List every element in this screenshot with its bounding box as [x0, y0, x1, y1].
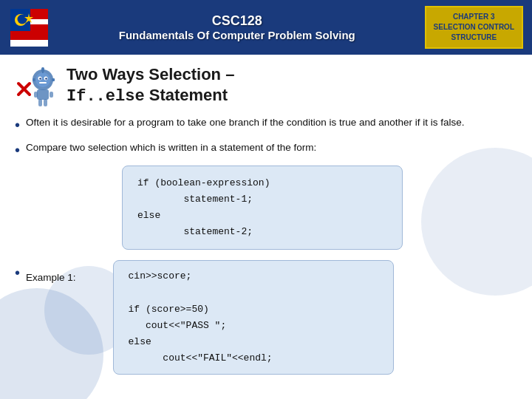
- bullet-text-1: Often it is desirable for a program to t…: [26, 115, 465, 130]
- example-line-2: if (score>=50): [129, 301, 378, 318]
- example-line-4: else: [129, 334, 378, 350]
- svg-rect-23: [41, 69, 44, 72]
- chapter-badge: CHAPTER 3 SELECTION CONTROL STRUCTURE: [425, 6, 523, 49]
- svg-rect-21: [33, 78, 35, 81]
- code-block-1: if (boolean-expression) statement-1; els…: [122, 166, 403, 250]
- code-line-3: else: [137, 208, 387, 224]
- section-title-line2: If..else Statement: [66, 86, 510, 106]
- slide: CSC128 Fundamentals Of Computer Problem …: [0, 0, 532, 399]
- logo: [9, 7, 50, 48]
- example-row: • Example 1: cin>>score; if (score>=50) …: [15, 257, 510, 375]
- chapter-line3: STRUCTURE: [434, 33, 514, 43]
- chapter-line1: CHAPTER 3: [434, 12, 514, 22]
- svg-rect-28: [44, 99, 47, 106]
- bullet-item-2: • Compare two selection which is written…: [15, 140, 510, 161]
- content-area: Two Ways Selection – If..else Statement …: [0, 55, 532, 385]
- example-bullet: • Example 1:: [15, 263, 83, 285]
- svg-rect-22: [52, 78, 55, 81]
- header: CSC128 Fundamentals Of Computer Problem …: [0, 0, 532, 55]
- header-title-sub: Fundamentals Of Computer Problem Solving: [50, 29, 425, 41]
- svg-rect-5: [10, 40, 48, 47]
- svg-rect-24: [37, 89, 49, 100]
- section-title-text: Two Ways Selection – If..else Statement: [66, 65, 510, 106]
- example-line-5: cout<<"FAIL"<<endl;: [129, 350, 378, 366]
- svg-point-13: [35, 72, 50, 87]
- section-title-wrapper: Two Ways Selection – If..else Statement: [15, 65, 510, 109]
- svg-point-17: [45, 78, 47, 79]
- bullet-dot-1: •: [15, 114, 20, 136]
- svg-rect-18: [39, 82, 47, 83]
- example-line-blank: [129, 284, 378, 301]
- svg-rect-25: [34, 92, 38, 98]
- header-title-main: CSC128: [50, 13, 425, 29]
- statement-text: Statement: [145, 86, 228, 104]
- code-block-2: cin>>score; if (score>=50) cout<<"PASS "…: [113, 260, 394, 375]
- bullet-text-2: Compare two selection which is written i…: [26, 140, 316, 155]
- bullet-item-1: • Often it is desirable for a program to…: [15, 115, 510, 136]
- if-else-code: If..else: [66, 87, 145, 106]
- code-line-4: statement-2;: [137, 224, 387, 240]
- code-line-2: statement-1;: [137, 191, 387, 208]
- example-bullet-dot: •: [15, 262, 20, 284]
- example-line-1: cin>>score;: [129, 268, 378, 284]
- code-line-1: if (boolean-expression): [137, 175, 387, 191]
- header-title-area: CSC128 Fundamentals Of Computer Problem …: [50, 13, 425, 41]
- example-line-3: cout<<"PASS ";: [129, 318, 378, 334]
- svg-rect-27: [38, 99, 42, 106]
- example-label: Example 1:: [26, 270, 76, 285]
- gear-robot-icon: [15, 65, 59, 109]
- svg-rect-26: [50, 92, 53, 98]
- bullet-dot-2: •: [15, 139, 20, 161]
- chapter-line2: SELECTION CONTROL: [434, 22, 514, 33]
- section-title-line1: Two Ways Selection –: [66, 65, 510, 84]
- svg-point-8: [18, 14, 27, 24]
- svg-point-16: [39, 78, 41, 79]
